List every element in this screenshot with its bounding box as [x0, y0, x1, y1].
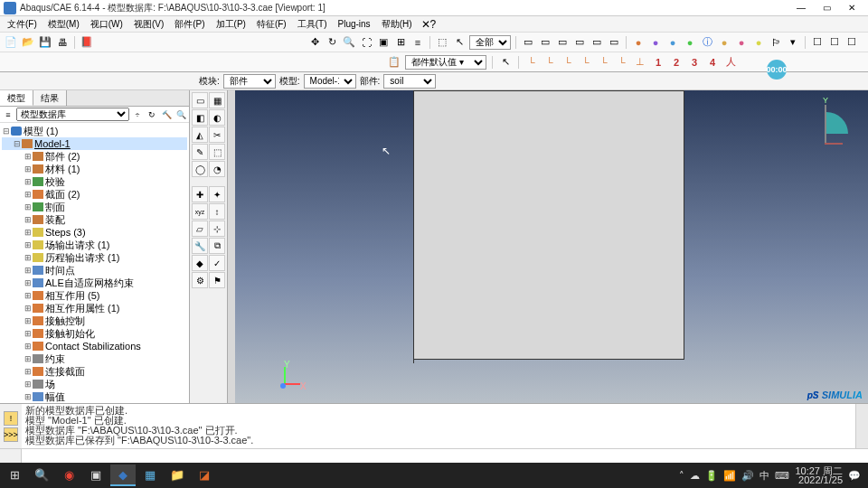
search-task-icon[interactable]: 🔍 — [29, 465, 54, 486]
axis7-icon[interactable]: ⊥ — [633, 55, 647, 70]
misc2-icon[interactable]: ⚑ — [209, 272, 225, 288]
start-button[interactable]: ⊞ — [2, 465, 27, 486]
filter-icon[interactable]: ↻ — [146, 108, 158, 121]
tree-item[interactable]: ⊞接触初始化 — [2, 327, 187, 340]
geom-icon[interactable]: ◆ — [192, 255, 208, 271]
save-icon[interactable]: 💾 — [38, 35, 52, 50]
layout1-icon[interactable]: ☐ — [810, 35, 825, 50]
zoom-icon[interactable]: 🔍 — [342, 35, 356, 50]
display-combo[interactable]: 都件默认值 ▾ — [405, 55, 486, 70]
select-icon[interactable]: ⬚ — [435, 35, 449, 50]
ball5-icon[interactable]: ● — [717, 35, 731, 50]
menu-exit-icon[interactable]: ✕? — [421, 18, 437, 31]
model-select[interactable]: Model-1 — [304, 74, 356, 89]
app1-task-icon[interactable]: ▦ — [137, 465, 163, 486]
check-icon[interactable]: ✓ — [209, 255, 225, 271]
tray-battery-icon[interactable]: 🔋 — [705, 470, 718, 482]
sel1-icon[interactable]: ▭ — [521, 35, 535, 50]
tree-item[interactable]: ⊞相互作用 (5) — [2, 289, 187, 302]
tree-item[interactable]: ⊞历程输出请求 (1) — [2, 251, 187, 264]
set-select[interactable]: 全部 — [469, 35, 511, 50]
sel4-icon[interactable]: ▭ — [572, 35, 587, 50]
tree-item[interactable]: ⊞ALE自适应网格约束 — [2, 277, 187, 289]
ball1-icon[interactable]: ● — [631, 35, 646, 50]
plane-icon[interactable]: ▱ — [192, 221, 208, 237]
datum-icon[interactable]: ✦ — [209, 186, 225, 202]
csys-icon[interactable]: ⊹ — [209, 221, 225, 237]
tree-item[interactable]: ⊞部件 (2) — [2, 150, 187, 163]
menu-tool[interactable]: 工具(T) — [292, 18, 333, 31]
ball7-icon[interactable]: ● — [751, 35, 766, 50]
axis5-icon[interactable]: └ — [597, 55, 611, 70]
axis2-icon[interactable]: └ — [542, 55, 557, 70]
sel2-icon[interactable]: ▭ — [538, 35, 552, 50]
sel3-icon[interactable]: ▭ — [555, 35, 570, 50]
part-select[interactable]: soil — [383, 74, 436, 89]
view-cube[interactable]: Y — [807, 98, 852, 156]
tree-item[interactable]: ⊞割面 — [2, 201, 187, 213]
num-4[interactable]: 4 — [705, 55, 720, 70]
ball2-icon[interactable]: ● — [648, 35, 663, 50]
collapse-icon[interactable]: ≡ — [2, 108, 14, 121]
record-badge[interactable]: 00:00 — [767, 60, 787, 80]
extrude-icon[interactable]: ◧ — [192, 109, 208, 126]
info-icon[interactable]: ⓘ — [700, 35, 714, 50]
explorer-task-icon[interactable]: 📁 — [165, 465, 190, 486]
maximize-button[interactable]: ▭ — [814, 1, 839, 15]
tray-keyboard-icon[interactable]: ⌨ — [775, 470, 789, 482]
chrome-task-icon[interactable]: ◉ — [56, 465, 81, 486]
tray-clock[interactable]: 10:27 周二2022/1/25 — [795, 466, 843, 484]
model-geometry[interactable] — [413, 90, 684, 361]
sel5-icon[interactable]: ▭ — [590, 35, 604, 50]
num-1[interactable]: 1 — [651, 55, 665, 70]
abaqus-task-icon[interactable]: ◆ — [110, 465, 136, 486]
tree-item[interactable]: ⊞材料 (1) — [2, 163, 187, 175]
num-2[interactable]: 2 — [669, 55, 684, 70]
menu-plugins[interactable]: Plug-ins — [332, 19, 375, 29]
flag-icon[interactable]: 🏳 — [769, 35, 783, 50]
stitch-icon[interactable]: ⧉ — [209, 238, 225, 254]
book-icon[interactable]: 📕 — [80, 35, 94, 50]
grid-icon[interactable]: ⊞ — [393, 35, 408, 50]
tree-item[interactable]: ⊞Contact Stabilizations — [2, 340, 187, 352]
pick-icon[interactable]: ↖ — [498, 55, 513, 70]
arrow-icon[interactable]: ↖ — [452, 35, 467, 50]
tab-result[interactable]: 结果 — [33, 90, 67, 106]
tree-item[interactable]: ⊞场输出请求 (1) — [2, 239, 187, 251]
new-icon[interactable]: 📄 — [4, 35, 18, 50]
message-scrollbar[interactable] — [855, 404, 868, 448]
tree-item[interactable]: ⊞Steps (3) — [2, 226, 187, 239]
menu-part[interactable]: 部件(P) — [169, 18, 210, 31]
filter-select[interactable]: 模型数据库 — [16, 108, 129, 121]
dropdown-icon[interactable]: ▾ — [786, 35, 800, 50]
search-icon[interactable]: 🔍 — [175, 108, 187, 121]
revolve-icon[interactable]: ◐ — [209, 109, 225, 126]
layout2-icon[interactable]: ☐ — [827, 35, 842, 50]
menu-help[interactable]: 帮助(H) — [376, 18, 418, 31]
system-tray[interactable]: ˄ ☁ 🔋 📶 🔊 中 ⌨ 10:27 周二2022/1/25 💬 — [679, 466, 866, 484]
ball4-icon[interactable]: ● — [683, 35, 697, 50]
tree-item[interactable]: ⊞幅值 — [2, 390, 187, 403]
tray-cloud-icon[interactable]: ☁ — [690, 470, 700, 482]
bars-icon[interactable]: ≡ — [410, 35, 425, 50]
sketch-icon[interactable]: ✎ — [192, 144, 208, 160]
model-tree[interactable]: ⊟模型 (1) ⊟Model-1 ⊞部件 (2)⊞材料 (1)⊞校验⊞截面 (2… — [0, 123, 189, 403]
combo-icon[interactable]: 📋 — [387, 55, 401, 70]
layout3-icon[interactable]: ☐ — [844, 35, 859, 50]
tray-chevron-icon[interactable]: ˄ — [679, 470, 684, 482]
tree-model-1[interactable]: ⊟Model-1 — [2, 137, 187, 150]
create-part-icon[interactable]: ▭ — [192, 92, 208, 108]
tray-wifi-icon[interactable]: 📶 — [723, 470, 736, 482]
part-manager-icon[interactable]: ▦ — [209, 92, 225, 108]
axis4-icon[interactable]: └ — [579, 55, 593, 70]
menu-view[interactable]: 视图(V) — [128, 18, 169, 31]
open-icon[interactable]: 📂 — [21, 35, 35, 50]
round-icon[interactable]: ◔ — [209, 161, 225, 177]
fit-icon[interactable]: ▣ — [376, 35, 391, 50]
hammer-icon[interactable]: 🔨 — [160, 108, 173, 121]
viewport-scrollbar[interactable] — [228, 90, 235, 403]
rotate-icon[interactable]: ↻ — [325, 35, 339, 50]
app2-task-icon[interactable]: ◪ — [192, 465, 217, 486]
msg-prompt-icon[interactable]: >>> — [4, 427, 18, 442]
axis3-icon[interactable]: └ — [561, 55, 575, 70]
